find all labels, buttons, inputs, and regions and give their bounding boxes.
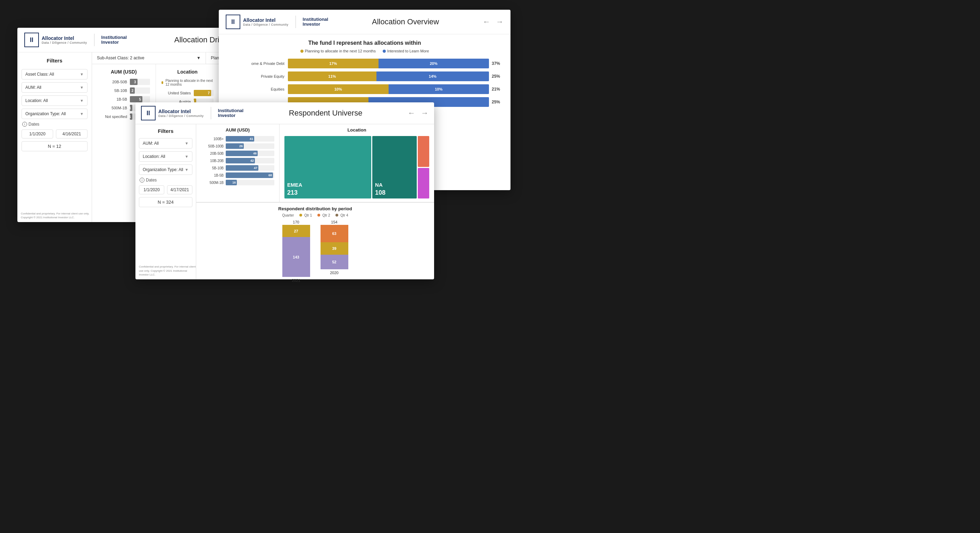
logo-ii: InstitutionalInvestor [218, 108, 244, 118]
logo-title: Allocator Intel [243, 17, 289, 23]
overview-title: Allocation Overview [328, 17, 483, 26]
ru-date-to[interactable]: 4/17/2021 [167, 185, 192, 194]
dist-2020-qtr2: 63 [321, 225, 348, 242]
dist-title: Respondent distribution by period [201, 206, 429, 211]
logo-divider [296, 16, 296, 28]
location-legend: Planning to allocate in the next 12 mont… [161, 79, 214, 86]
logo-sub: Data / Diligence / Community [158, 114, 204, 117]
dist-2021: 170 27 143 2021 [282, 220, 310, 282]
chevron-down-icon: ▼ [80, 86, 84, 89]
logo-sub: Data / Diligence / Community [42, 41, 87, 44]
drill-sidebar: Filters Asset Class: All ▼ AUM: All ▼ Lo… [18, 52, 92, 222]
ru-aum-20b: 20B-50B 46 [201, 151, 274, 156]
respondent-title: Respondent Universe [243, 109, 408, 117]
ru-aum-10b: 10B-20B 42 [201, 158, 274, 163]
drill-logo: II Allocator Intel Data / Diligence / Co… [24, 33, 127, 47]
ru-dates-label: i Dates [140, 178, 192, 182]
ru-aum-title: AUM (USD) [201, 127, 274, 133]
logo-title: Allocator Intel [158, 109, 204, 114]
nav-next[interactable]: → [496, 17, 504, 26]
dist-bars: 170 27 143 2021 154 63 39 52 2020 [201, 220, 429, 282]
chevron-down-icon: ▼ [80, 72, 84, 76]
chevron-down-icon: ▼ [80, 112, 84, 116]
sub-asset-filter[interactable]: Sub-Asset Class: 2 active ▼ [92, 52, 206, 64]
gold-dot [161, 81, 164, 84]
ru-date-from[interactable]: 1/1/2020 [139, 185, 164, 194]
filter-org-type[interactable]: Organization Type: All ▼ [22, 109, 88, 119]
chevron-down-icon: ▼ [80, 98, 84, 103]
respondent-header: II Allocator Intel Data / Diligence / Co… [135, 102, 434, 124]
nav-next[interactable]: → [421, 109, 428, 117]
aum-bar-5b: 5B-10B 2 [98, 87, 150, 94]
respondent-sidebar: Filters AUM: All ▼ Location: All ▼ Organ… [135, 124, 196, 279]
logo-divider [94, 34, 94, 46]
logo-icon: II [226, 14, 240, 29]
qtr2-dot [317, 214, 320, 217]
ov-bar-pe: Private Equity 11% 14% 25% [227, 71, 502, 81]
respondent-nav: ← → [408, 109, 428, 117]
treemap-apac [418, 136, 429, 167]
ru-filter-org[interactable]: Organization Type: All ▼ [139, 165, 192, 175]
overview-header: II Allocator Intel Data / Diligence / Co… [219, 10, 511, 34]
qtr1-dot [299, 214, 302, 217]
chevron-down-icon: ▼ [185, 154, 189, 159]
nav-prev[interactable]: ← [408, 109, 415, 117]
ru-n-count: N = 324 [139, 197, 192, 207]
overview-legend: Planning to allocate in the next 12 mont… [227, 49, 502, 53]
chevron-down-icon: ▼ [185, 141, 189, 145]
treemap-small [418, 136, 429, 198]
overview-main-title: The fund I represent has allocations wit… [227, 40, 502, 46]
date-range: 1/1/2020 4/16/2021 [22, 129, 88, 138]
n-count: N = 12 [22, 141, 88, 151]
logo-icon: II [24, 33, 39, 47]
logo-sub: Data / Diligence / Community [243, 23, 289, 26]
ru-date-range: 1/1/2020 4/17/2021 [139, 185, 192, 194]
confidential-text: Confidential and proprietary. For intern… [21, 212, 92, 219]
dist-2020-qtr1: 39 [321, 242, 348, 255]
dist-2020-other: 52 [321, 255, 348, 269]
aum-title: AUM (USD) [98, 69, 150, 75]
filter-aum[interactable]: AUM: All ▼ [22, 82, 88, 93]
respondent-card: II Allocator Intel Data / Diligence / Co… [135, 102, 434, 279]
chevron-down-icon: ▼ [185, 168, 189, 172]
info-icon: i [22, 122, 27, 127]
ru-aum-5b: 5B-10B 47 [201, 165, 274, 171]
sidebar-title: Filters [22, 58, 88, 63]
ru-charts-top: AUM (USD) 100B+ 41 50B-100B 26 20B-50B [196, 124, 434, 202]
dist-legend: Quarter Qtr 1 Qtr 2 Qtr 4 [201, 213, 429, 217]
dist-2020: 154 63 39 52 2020 [321, 220, 348, 282]
respondent-main: AUM (USD) 100B+ 41 50B-100B 26 20B-50B [196, 124, 434, 279]
aum-bar-1b: 1B-5B 5 [98, 96, 150, 102]
filter-location[interactable]: Location: All ▼ [22, 95, 88, 106]
logo-icon: II [141, 106, 156, 121]
filter-asset-class[interactable]: Asset Class: All ▼ [22, 69, 88, 79]
treemap-emea: EMEA 213 [285, 136, 371, 198]
ru-aum-500m: 500M-1B 16 [201, 180, 274, 185]
logo-ii: InstitutionalInvestor [303, 17, 329, 27]
dates-label: i Dates [22, 122, 88, 127]
ru-filter-aum[interactable]: AUM: All ▼ [139, 138, 192, 149]
date-from[interactable]: 1/1/2020 [22, 129, 53, 138]
location-title: Location [161, 69, 214, 75]
ru-confidential: Confidential and proprietary. For intern… [139, 265, 196, 276]
logo-ii: InstitutionalInvestor [102, 35, 127, 45]
aum-bar-20b: 20B-50B 3 [98, 79, 150, 85]
blue-dot [383, 50, 386, 53]
nav-prev[interactable]: ← [483, 17, 490, 26]
ru-location-panel: Location EMEA 213 NA 108 [280, 124, 434, 202]
overview-nav: ← → [483, 17, 504, 26]
ru-aum-100b: 100B+ 41 [201, 136, 274, 141]
info-icon: i [140, 178, 145, 182]
dist-2021-other: 143 [282, 237, 310, 277]
location-treemap: EMEA 213 NA 108 [285, 136, 429, 198]
ru-location-title: Location [285, 127, 429, 133]
ru-filter-location[interactable]: Location: All ▼ [139, 151, 192, 162]
logo-title: Allocator Intel [42, 35, 87, 41]
overview-logo: II Allocator Intel Data / Diligence / Co… [226, 14, 328, 29]
logo-divider [211, 107, 211, 119]
ru-aum-50b: 50B-100B 26 [201, 143, 274, 149]
date-to[interactable]: 4/16/2021 [56, 129, 88, 138]
loc-us: United States 7 [161, 90, 214, 96]
ru-aum-panel: AUM (USD) 100B+ 41 50B-100B 26 20B-50B [196, 124, 280, 202]
ru-distribution: Respondent distribution by period Quarte… [196, 202, 434, 286]
